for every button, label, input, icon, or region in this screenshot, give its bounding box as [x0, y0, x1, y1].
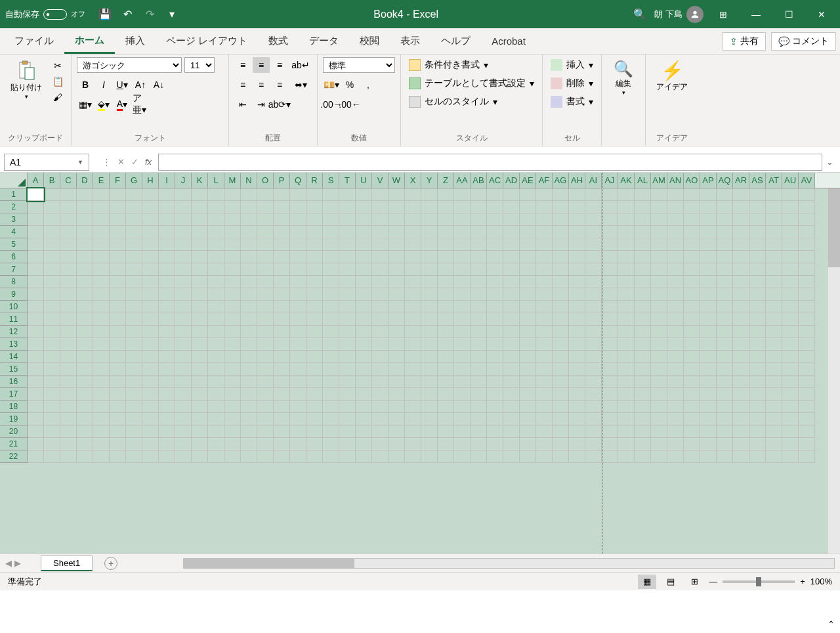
cell[interactable]: [733, 326, 749, 338]
cell[interactable]: [44, 313, 60, 326]
cell[interactable]: [569, 326, 585, 338]
cell[interactable]: [569, 251, 585, 263]
column-header[interactable]: D: [77, 173, 93, 188]
cell[interactable]: [618, 188, 635, 201]
cell[interactable]: [766, 351, 782, 363]
cell[interactable]: [585, 188, 602, 201]
cell[interactable]: [733, 426, 749, 438]
cell[interactable]: [241, 401, 257, 413]
cell[interactable]: [667, 288, 684, 301]
cell[interactable]: [454, 226, 471, 238]
cell[interactable]: [224, 226, 241, 238]
redo-icon[interactable]: ↷: [142, 7, 158, 22]
cell[interactable]: [290, 326, 306, 338]
cell[interactable]: [175, 313, 192, 326]
cell[interactable]: [28, 376, 44, 388]
cell[interactable]: [274, 450, 290, 463]
cell[interactable]: [454, 263, 471, 276]
cell[interactable]: [503, 426, 520, 438]
cell[interactable]: [503, 438, 520, 450]
cell[interactable]: [388, 388, 405, 401]
cell[interactable]: [454, 426, 471, 438]
cell[interactable]: [700, 276, 717, 288]
cell[interactable]: [110, 401, 126, 413]
cell[interactable]: [405, 388, 421, 401]
cell[interactable]: [635, 450, 651, 463]
cell[interactable]: [602, 301, 618, 313]
cell[interactable]: [766, 301, 782, 313]
cell[interactable]: [635, 288, 651, 301]
cell[interactable]: [257, 363, 274, 376]
cell[interactable]: [438, 213, 454, 226]
cell[interactable]: [635, 276, 651, 288]
cell[interactable]: [553, 413, 569, 426]
cell[interactable]: [224, 213, 241, 226]
cell[interactable]: [208, 201, 224, 213]
cell[interactable]: [618, 338, 635, 351]
cell[interactable]: [667, 426, 684, 438]
cell[interactable]: [126, 201, 142, 213]
cell[interactable]: [60, 301, 77, 313]
cell[interactable]: [142, 438, 159, 450]
column-header[interactable]: AM: [651, 173, 667, 188]
cell[interactable]: [110, 301, 126, 313]
column-header[interactable]: T: [339, 173, 356, 188]
cell[interactable]: [520, 201, 536, 213]
cell[interactable]: [323, 363, 339, 376]
cell[interactable]: [766, 326, 782, 338]
horizontal-scrollbar[interactable]: [183, 558, 835, 569]
cell[interactable]: [306, 263, 323, 276]
row-header[interactable]: 1: [0, 188, 28, 201]
cell[interactable]: [569, 288, 585, 301]
column-header[interactable]: P: [274, 173, 290, 188]
cell[interactable]: [569, 238, 585, 251]
cell[interactable]: [241, 276, 257, 288]
cell[interactable]: [60, 376, 77, 388]
cell[interactable]: [339, 376, 356, 388]
cell[interactable]: [372, 401, 388, 413]
cell[interactable]: [438, 376, 454, 388]
cell[interactable]: [782, 238, 799, 251]
cell[interactable]: [356, 426, 372, 438]
cell[interactable]: [142, 288, 159, 301]
cell[interactable]: [684, 313, 700, 326]
cell[interactable]: [717, 351, 733, 363]
column-header[interactable]: V: [372, 173, 388, 188]
cell[interactable]: [405, 213, 421, 226]
cell[interactable]: [339, 276, 356, 288]
cell[interactable]: [356, 251, 372, 263]
cell[interactable]: [274, 213, 290, 226]
cell[interactable]: [306, 450, 323, 463]
column-header[interactable]: U: [356, 173, 372, 188]
user-account[interactable]: 朗 下島: [654, 6, 704, 23]
cell[interactable]: [372, 213, 388, 226]
cell[interactable]: [438, 288, 454, 301]
cell[interactable]: [405, 413, 421, 426]
cell[interactable]: [585, 388, 602, 401]
cell[interactable]: [487, 376, 503, 388]
cell[interactable]: [749, 288, 766, 301]
cell[interactable]: [503, 450, 520, 463]
cell[interactable]: [175, 388, 192, 401]
cell[interactable]: [405, 201, 421, 213]
cell[interactable]: [175, 226, 192, 238]
cell[interactable]: [60, 351, 77, 363]
cell[interactable]: [306, 426, 323, 438]
cell[interactable]: [471, 413, 487, 426]
cell[interactable]: [274, 438, 290, 450]
cell[interactable]: [520, 376, 536, 388]
cell[interactable]: [93, 376, 110, 388]
search-icon[interactable]: 🔍: [632, 7, 648, 22]
cell[interactable]: [142, 213, 159, 226]
cell[interactable]: [372, 288, 388, 301]
cell[interactable]: [651, 363, 667, 376]
cell[interactable]: [93, 426, 110, 438]
column-header[interactable]: E: [93, 173, 110, 188]
cell[interactable]: [618, 388, 635, 401]
cell[interactable]: [44, 301, 60, 313]
cell[interactable]: [356, 363, 372, 376]
cell[interactable]: [454, 326, 471, 338]
cell[interactable]: [241, 313, 257, 326]
cell[interactable]: [471, 226, 487, 238]
cell[interactable]: [372, 313, 388, 326]
